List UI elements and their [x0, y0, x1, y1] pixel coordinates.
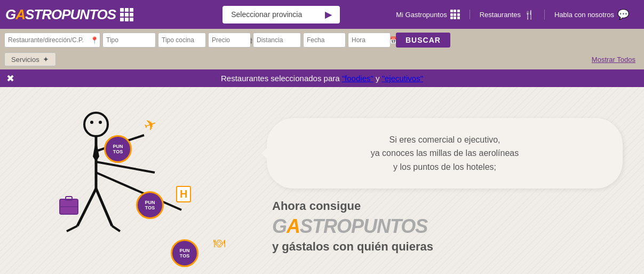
services-icon: ✦ [43, 55, 49, 64]
puntos-badge-2: PUN TOS [136, 191, 164, 219]
precio-field[interactable]: € [208, 33, 251, 48]
svg-line-10 [112, 226, 120, 231]
banner-bar: ✖ Restaurantes seleccionados para "foodi… [0, 69, 644, 87]
hero-section: ✈ H 🍽 PUN TOS PUN TOS PUN TOS Si eres co… [0, 87, 644, 274]
hero-illustration: ✈ H 🍽 PUN TOS PUN TOS PUN TOS [0, 87, 256, 274]
svg-point-2 [99, 121, 102, 124]
speech-line3: y los puntos de los hoteles; [288, 160, 601, 174]
ahora-label: Ahora consigue [272, 199, 623, 213]
province-selector[interactable]: Seleccionar provincia ▶ [176, 6, 386, 24]
svg-line-9 [67, 226, 77, 231]
habla-con-link[interactable]: Habla con nosotros 💬 [545, 9, 639, 20]
restaurantes-label: Restaurantes [480, 11, 521, 19]
dish-icon: 🍽 [213, 237, 225, 250]
hora-field[interactable]: 🕐 [348, 33, 391, 48]
fork-icon: 🍴 [524, 10, 535, 20]
svg-line-8 [96, 189, 112, 226]
mostrar-todos-link[interactable]: Mostrar Todos [592, 56, 640, 64]
province-button[interactable]: Seleccionar provincia ▶ [222, 6, 340, 24]
speech-line2: ya conoces las millas de las aerolíneas [288, 146, 601, 160]
distancia-field[interactable]: ⊞ [253, 33, 301, 48]
hero-text-area: Si eres comercial o ejecutivo, ya conoce… [256, 102, 644, 265]
gastos-label: y gástalos con quién quieras [272, 240, 623, 254]
top-navigation: GASTROPUNTOS Seleccionar provincia ▶ Mi … [0, 0, 644, 29]
arrow-icon: ▶ [325, 10, 331, 20]
logo-grid-icon [120, 8, 133, 21]
puntos-badge-1: PUN TOS [104, 135, 132, 163]
restaurant-input[interactable] [8, 36, 88, 44]
logo-text: GASTROPUNTOS [5, 6, 116, 23]
services-button[interactable]: Servicios ✦ [4, 52, 56, 66]
gastropuntos-hero-text: GASTROPUNTOS [272, 215, 623, 238]
hotel-icon: H [176, 186, 191, 202]
habla-con-label: Habla con nosotros [554, 11, 614, 19]
tipo-field[interactable]: 🍴 [102, 33, 156, 48]
services-label: Servicios [11, 56, 39, 64]
mi-gastropuntos-label: Mi Gastropuntos [396, 11, 447, 19]
chat-bubble-icon: 💬 [617, 9, 629, 20]
svg-line-5 [96, 162, 155, 173]
banner-close-button[interactable]: ✖ [6, 73, 14, 84]
fecha-field[interactable]: 📅 [303, 33, 346, 48]
speech-bubble: Si eres comercial o ejecutivo, ya conoce… [267, 118, 623, 189]
svg-line-7 [77, 189, 96, 226]
buscar-button[interactable]: BUSCAR [396, 33, 450, 48]
province-label: Seleccionar provincia [231, 10, 302, 19]
speech-line1: Si eres comercial o ejecutivo, [288, 133, 601, 147]
tipo-cocina-field[interactable]: 🎧 [158, 33, 206, 48]
puntos-badge-3: PUN TOS [171, 239, 198, 267]
grid-icon [450, 10, 460, 19]
foodies-link[interactable]: "foodies" [342, 74, 373, 83]
ejecutivos-link[interactable]: "ejecutivos" [382, 74, 423, 83]
logo-area: GASTROPUNTOS [5, 6, 176, 23]
second-row: Servicios ✦ Mostrar Todos [0, 51, 644, 69]
hero-bottom-text: Ahora consigue GASTROPUNTOS y gástalos c… [267, 199, 623, 254]
svg-point-0 [84, 113, 108, 136]
restaurant-field[interactable]: 📍 [4, 33, 100, 48]
nav-links: Mi Gastropuntos Restaurantes 🍴 Habla con… [386, 9, 639, 20]
search-bar: 📍 🍴 🎧 € ⊞ 📅 🕐 BUSCAR [0, 29, 644, 51]
svg-point-1 [90, 121, 93, 124]
mi-gastropuntos-link[interactable]: Mi Gastropuntos [386, 10, 470, 19]
banner-text: Restaurantes seleccionados para "foodies… [221, 74, 423, 83]
restaurantes-link[interactable]: Restaurantes 🍴 [470, 10, 545, 20]
location-icon: 📍 [90, 36, 99, 44]
